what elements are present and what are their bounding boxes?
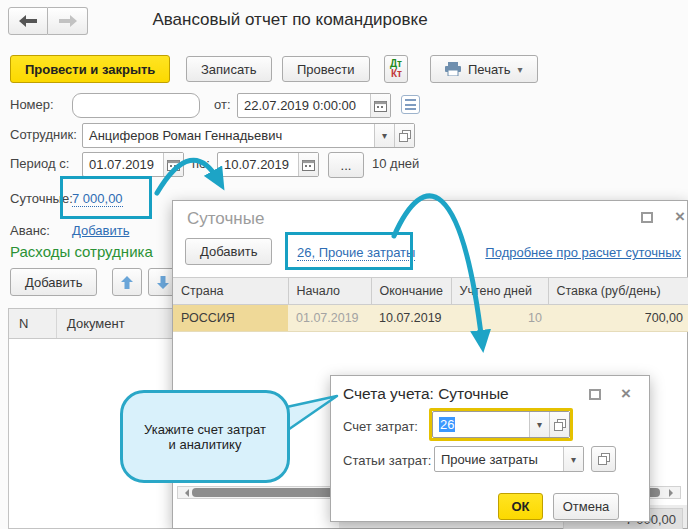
kt-icon: Кт [391, 69, 402, 79]
scroll-left-icon[interactable] [181, 489, 189, 497]
open-form-icon [598, 453, 610, 465]
open-form-icon [399, 130, 411, 142]
per-diem-table-header: Страна Начало Окончание Учтено дней Став… [173, 278, 688, 305]
calendar-button[interactable] [370, 94, 390, 117]
cell-country[interactable]: РОССИЯ [173, 305, 288, 332]
expenses-table-header: N Документ [9, 309, 172, 339]
list-icon [405, 99, 416, 101]
items-value: Прочие затраты [435, 452, 563, 467]
chevron-down-icon: ▾ [518, 64, 523, 75]
print-button[interactable]: Печать ▾ [430, 55, 538, 83]
calendar-icon [374, 100, 387, 112]
accounts-dialog: Счета учета: Суточные × Счет затрат: 26 … [330, 375, 650, 522]
forward-arrow-icon [59, 15, 77, 27]
print-label: Печать [468, 62, 511, 77]
employee-label: Сотрудник: [10, 127, 77, 142]
forward-button[interactable] [48, 7, 88, 35]
number-input[interactable] [72, 93, 200, 118]
arrow-up-icon [121, 276, 133, 289]
account-value: 26 [439, 417, 455, 432]
col-rate: Ставка (руб/день) [548, 278, 688, 305]
period-from-value: 01.07.2019 [83, 157, 163, 172]
back-button[interactable] [8, 7, 48, 35]
open-form-icon [554, 419, 566, 431]
account-combo[interactable]: 26 ▾ [432, 411, 570, 438]
account-open-button[interactable] [549, 412, 569, 437]
col-country: Страна [173, 278, 288, 305]
post-button[interactable]: Провести [282, 56, 370, 82]
account-summary-link[interactable]: 26, Прочие затраты [297, 245, 415, 261]
number-label: Номер: [10, 97, 54, 112]
expenses-add-button[interactable]: Добавить [10, 268, 97, 296]
cell-rate[interactable]: 700,00 [548, 305, 688, 332]
cell-days[interactable]: 10 [451, 305, 548, 332]
account-dropdown-button[interactable]: ▾ [529, 412, 549, 437]
items-label: Статьи затрат: [343, 453, 431, 468]
callout-bubble: Укажите счет затрат и аналитику [120, 390, 290, 483]
table-row[interactable]: РОССИЯ 01.07.2019 10.07.2019 10 700,00 [173, 305, 688, 332]
save-button[interactable]: Записать [186, 56, 272, 82]
employee-open-button[interactable] [394, 124, 414, 147]
expenses-col-n: N [9, 309, 57, 338]
items-combo[interactable]: Прочие затраты ▾ [434, 446, 584, 472]
items-dropdown-button[interactable]: ▾ [563, 447, 583, 471]
maximize-icon[interactable] [641, 212, 653, 223]
period-from-input[interactable]: 01.07.2019 [82, 152, 184, 177]
days-total: 10 дней [372, 156, 419, 171]
printer-icon [445, 62, 461, 76]
per-diem-dialog-title: Суточные [187, 209, 264, 229]
post-and-close-button[interactable]: Провести и закрыть [10, 55, 170, 83]
advance-add-link[interactable]: Добавить [72, 223, 129, 238]
period-to-value: 10.07.2019 [218, 157, 298, 172]
arrow-down-icon [157, 276, 169, 289]
employee-value: Анциферов Роман Геннадьевич [83, 128, 374, 143]
items-open-button[interactable] [591, 446, 616, 472]
nav-buttons [8, 7, 88, 35]
col-start: Начало [288, 278, 371, 305]
employee-dropdown-button[interactable]: ▾ [374, 124, 394, 147]
per-diem-add-button[interactable]: Добавить [185, 238, 272, 265]
maximize-icon[interactable] [589, 389, 601, 400]
per-diem-label: Суточные: [10, 191, 73, 206]
back-arrow-icon [19, 15, 37, 27]
account-label: Счет затрат: [343, 419, 418, 434]
close-icon[interactable]: × [675, 211, 685, 223]
cancel-button[interactable]: Отмена [553, 493, 619, 520]
accounts-dialog-title: Счета учета: Суточные [343, 385, 509, 403]
period-more-button[interactable]: ... [328, 152, 364, 178]
cell-end[interactable]: 10.07.2019 [371, 305, 451, 332]
period-from-calendar-button[interactable] [163, 153, 183, 176]
per-diem-details-link[interactable]: Подробнее про расчет суточных [485, 245, 681, 260]
chevron-down-icon: ▾ [382, 130, 387, 141]
move-up-button[interactable] [112, 268, 142, 296]
expenses-section-title: Расходы сотрудника [10, 243, 153, 260]
period-to-input[interactable]: 10.07.2019 [217, 152, 319, 177]
account-field-highlight: 26 ▾ [429, 408, 573, 441]
date-label: от: [214, 97, 231, 112]
expenses-col-document: Документ [57, 309, 125, 338]
ok-button[interactable]: ОК [498, 493, 543, 520]
col-days: Учтено дней [451, 278, 548, 305]
calendar-icon [167, 159, 180, 171]
per-diem-amount-link[interactable]: 7 000,00 [72, 191, 123, 207]
history-list-button[interactable] [401, 95, 420, 114]
close-icon[interactable]: × [621, 388, 631, 400]
advance-label: Аванс: [10, 223, 50, 238]
chevron-down-icon: ▾ [537, 419, 542, 430]
date-value: 22.07.2019 0:00:00 [238, 98, 370, 113]
calendar-icon [302, 159, 315, 171]
dtkt-button[interactable]: Дт Кт [384, 55, 408, 83]
per-diem-table[interactable]: Страна Начало Окончание Учтено дней Став… [173, 277, 688, 332]
callout-text: Укажите счет затрат и аналитику [139, 422, 271, 452]
period-to-calendar-button[interactable] [298, 153, 318, 176]
cell-start[interactable]: 01.07.2019 [288, 305, 371, 332]
chevron-down-icon: ▾ [571, 454, 576, 465]
period-to-label: по: [192, 156, 210, 171]
period-label: Период с: [10, 156, 69, 171]
scroll-right-icon[interactable] [669, 489, 677, 497]
col-end: Окончание [371, 278, 451, 305]
date-input[interactable]: 22.07.2019 0:00:00 [237, 93, 391, 118]
page-title: Авансовый отчет по командировке [90, 10, 490, 30]
employee-combo[interactable]: Анциферов Роман Геннадьевич ▾ [82, 123, 415, 148]
